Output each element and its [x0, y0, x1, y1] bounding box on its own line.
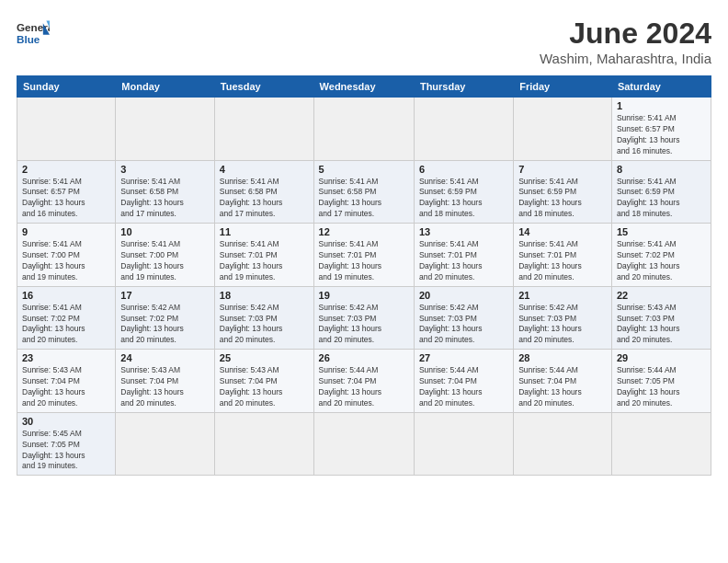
day-number: 11 — [220, 226, 309, 237]
day-number: 6 — [419, 164, 508, 175]
day-number: 12 — [319, 226, 409, 237]
calendar-cell: 16Sunrise: 5:41 AM Sunset: 7:02 PM Dayli… — [17, 286, 116, 350]
day-number: 20 — [419, 290, 508, 301]
day-number: 9 — [22, 226, 110, 237]
calendar-cell: 13Sunrise: 5:41 AM Sunset: 7:01 PM Dayli… — [414, 224, 513, 287]
calendar-cell: 5Sunrise: 5:41 AM Sunset: 6:58 PM Daylig… — [313, 160, 414, 224]
calendar-week-1: 1Sunrise: 5:41 AM Sunset: 6:57 PM Daylig… — [17, 98, 711, 161]
day-info: Sunrise: 5:42 AM Sunset: 7:03 PM Dayligh… — [518, 303, 607, 347]
calendar-cell — [414, 412, 513, 476]
day-info: Sunrise: 5:41 AM Sunset: 6:57 PM Dayligh… — [22, 177, 110, 221]
day-info: Sunrise: 5:43 AM Sunset: 7:04 PM Dayligh… — [120, 365, 210, 409]
day-number: 24 — [120, 352, 210, 363]
weekday-header-saturday: Saturday — [611, 76, 711, 98]
day-number: 8 — [617, 164, 706, 175]
weekday-header-sunday: Sunday — [17, 76, 116, 98]
day-info: Sunrise: 5:44 AM Sunset: 7:04 PM Dayligh… — [518, 365, 607, 409]
location-subtitle: Washim, Maharashtra, India — [540, 51, 711, 66]
title-block: June 2024 Washim, Maharashtra, India — [540, 17, 711, 66]
calendar-cell: 14Sunrise: 5:41 AM Sunset: 7:01 PM Dayli… — [514, 224, 612, 287]
day-info: Sunrise: 5:41 AM Sunset: 6:59 PM Dayligh… — [419, 177, 508, 221]
weekday-header-thursday: Thursday — [414, 76, 513, 98]
header: General Blue June 2024 Washim, Maharasht… — [17, 17, 711, 66]
calendar-cell: 26Sunrise: 5:44 AM Sunset: 7:04 PM Dayli… — [313, 350, 414, 413]
day-info: Sunrise: 5:41 AM Sunset: 6:57 PM Dayligh… — [617, 113, 706, 157]
calendar-cell — [414, 98, 513, 161]
day-info: Sunrise: 5:44 AM Sunset: 7:04 PM Dayligh… — [419, 365, 508, 409]
calendar-cell: 4Sunrise: 5:41 AM Sunset: 6:58 PM Daylig… — [214, 160, 313, 224]
weekday-header-wednesday: Wednesday — [313, 76, 414, 98]
day-number: 13 — [419, 226, 508, 237]
day-number: 14 — [518, 226, 607, 237]
calendar-cell: 17Sunrise: 5:42 AM Sunset: 7:02 PM Dayli… — [116, 286, 215, 350]
calendar-cell: 27Sunrise: 5:44 AM Sunset: 7:04 PM Dayli… — [414, 350, 513, 413]
day-number: 30 — [22, 416, 110, 427]
calendar-cell: 23Sunrise: 5:43 AM Sunset: 7:04 PM Dayli… — [17, 350, 116, 413]
day-info: Sunrise: 5:43 AM Sunset: 7:04 PM Dayligh… — [220, 365, 309, 409]
calendar-cell: 1Sunrise: 5:41 AM Sunset: 6:57 PM Daylig… — [611, 98, 711, 161]
day-info: Sunrise: 5:41 AM Sunset: 6:59 PM Dayligh… — [518, 177, 607, 221]
day-info: Sunrise: 5:41 AM Sunset: 7:01 PM Dayligh… — [419, 239, 508, 283]
svg-text:Blue: Blue — [17, 33, 40, 45]
calendar-cell — [17, 98, 116, 161]
calendar-cell: 28Sunrise: 5:44 AM Sunset: 7:04 PM Dayli… — [514, 350, 612, 413]
day-info: Sunrise: 5:42 AM Sunset: 7:03 PM Dayligh… — [419, 303, 508, 347]
day-number: 26 — [319, 352, 409, 363]
day-number: 10 — [120, 226, 210, 237]
day-info: Sunrise: 5:45 AM Sunset: 7:05 PM Dayligh… — [22, 429, 110, 473]
calendar-cell: 7Sunrise: 5:41 AM Sunset: 6:59 PM Daylig… — [514, 160, 612, 224]
day-number: 28 — [518, 352, 607, 363]
day-info: Sunrise: 5:41 AM Sunset: 7:00 PM Dayligh… — [120, 239, 210, 283]
weekday-header-monday: Monday — [116, 76, 215, 98]
calendar-cell: 6Sunrise: 5:41 AM Sunset: 6:59 PM Daylig… — [414, 160, 513, 224]
calendar-cell: 19Sunrise: 5:42 AM Sunset: 7:03 PM Dayli… — [313, 286, 414, 350]
day-info: Sunrise: 5:41 AM Sunset: 7:02 PM Dayligh… — [617, 239, 706, 283]
day-number: 5 — [319, 164, 409, 175]
weekday-header-tuesday: Tuesday — [214, 76, 313, 98]
day-info: Sunrise: 5:41 AM Sunset: 7:01 PM Dayligh… — [518, 239, 607, 283]
calendar-cell: 29Sunrise: 5:44 AM Sunset: 7:05 PM Dayli… — [611, 350, 711, 413]
day-number: 17 — [120, 290, 210, 301]
calendar-cell: 21Sunrise: 5:42 AM Sunset: 7:03 PM Dayli… — [514, 286, 612, 350]
calendar-week-5: 23Sunrise: 5:43 AM Sunset: 7:04 PM Dayli… — [17, 350, 711, 413]
calendar-cell: 20Sunrise: 5:42 AM Sunset: 7:03 PM Dayli… — [414, 286, 513, 350]
logo: General Blue — [17, 17, 50, 50]
day-number: 21 — [518, 290, 607, 301]
calendar-cell: 24Sunrise: 5:43 AM Sunset: 7:04 PM Dayli… — [116, 350, 215, 413]
calendar-cell: 25Sunrise: 5:43 AM Sunset: 7:04 PM Dayli… — [214, 350, 313, 413]
day-number: 25 — [220, 352, 309, 363]
weekday-header-friday: Friday — [514, 76, 612, 98]
calendar-cell — [611, 412, 711, 476]
month-title: June 2024 — [540, 17, 711, 51]
calendar-cell — [313, 98, 414, 161]
day-info: Sunrise: 5:42 AM Sunset: 7:03 PM Dayligh… — [319, 303, 409, 347]
calendar-cell: 30Sunrise: 5:45 AM Sunset: 7:05 PM Dayli… — [17, 412, 116, 476]
day-number: 3 — [120, 164, 210, 175]
calendar-table: SundayMondayTuesdayWednesdayThursdayFrid… — [17, 75, 711, 476]
calendar-cell — [514, 412, 612, 476]
calendar-cell: 3Sunrise: 5:41 AM Sunset: 6:58 PM Daylig… — [116, 160, 215, 224]
calendar-cell: 10Sunrise: 5:41 AM Sunset: 7:00 PM Dayli… — [116, 224, 215, 287]
calendar-cell: 22Sunrise: 5:43 AM Sunset: 7:03 PM Dayli… — [611, 286, 711, 350]
day-info: Sunrise: 5:41 AM Sunset: 7:01 PM Dayligh… — [220, 239, 309, 283]
day-number: 19 — [319, 290, 409, 301]
calendar-cell: 8Sunrise: 5:41 AM Sunset: 6:59 PM Daylig… — [611, 160, 711, 224]
weekday-header-row: SundayMondayTuesdayWednesdayThursdayFrid… — [17, 76, 711, 98]
calendar-week-3: 9Sunrise: 5:41 AM Sunset: 7:00 PM Daylig… — [17, 224, 711, 287]
day-number: 15 — [617, 226, 706, 237]
day-number: 22 — [617, 290, 706, 301]
day-number: 18 — [220, 290, 309, 301]
day-info: Sunrise: 5:41 AM Sunset: 7:02 PM Dayligh… — [22, 303, 110, 347]
calendar-cell: 18Sunrise: 5:42 AM Sunset: 7:03 PM Dayli… — [214, 286, 313, 350]
day-number: 23 — [22, 352, 110, 363]
calendar-cell — [116, 98, 215, 161]
day-number: 7 — [518, 164, 607, 175]
day-info: Sunrise: 5:41 AM Sunset: 6:58 PM Dayligh… — [220, 177, 309, 221]
day-info: Sunrise: 5:44 AM Sunset: 7:04 PM Dayligh… — [319, 365, 409, 409]
day-info: Sunrise: 5:41 AM Sunset: 6:59 PM Dayligh… — [617, 177, 706, 221]
day-number: 29 — [617, 352, 706, 363]
calendar-cell — [214, 98, 313, 161]
page: General Blue June 2024 Washim, Maharasht… — [0, 0, 728, 563]
calendar-cell — [116, 412, 215, 476]
calendar-week-2: 2Sunrise: 5:41 AM Sunset: 6:57 PM Daylig… — [17, 160, 711, 224]
